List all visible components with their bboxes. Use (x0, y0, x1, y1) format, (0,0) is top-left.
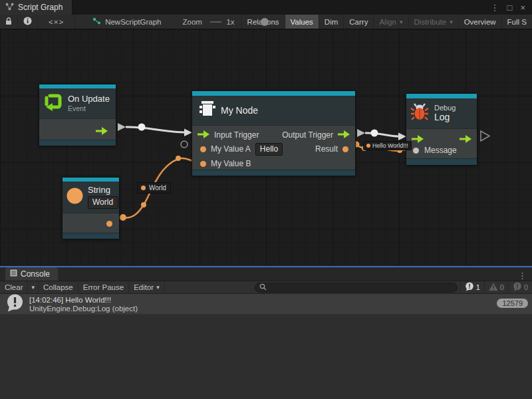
zoom-slider[interactable] (210, 18, 222, 26)
node-color-bar (406, 94, 477, 98)
caret-down-icon: ▾ (450, 19, 453, 25)
window-controls: ⋮ □ × (488, 0, 532, 15)
node-string[interactable]: String World (62, 177, 120, 239)
flow-input-port[interactable] (198, 129, 209, 141)
unity-script-graph-window: Script Graph ⋮ □ × <×> NewScriptGraph (0, 0, 532, 399)
graph-icon (5, 3, 14, 13)
tab-script-graph[interactable]: Script Graph (0, 0, 72, 15)
flow-output-port[interactable] (460, 134, 471, 146)
wire-my-node-to-debug-log (357, 129, 406, 140)
graph-asset-selector[interactable]: NewScriptGraph (92, 17, 161, 27)
log-entry-row[interactable]: [14:02:46] Hello World!!! UnityEngine.De… (0, 294, 532, 315)
lock-button[interactable] (0, 15, 18, 29)
message-port[interactable] (413, 148, 419, 154)
flow-input-port[interactable] (412, 134, 424, 146)
node-title: My Node (221, 105, 258, 116)
result-port[interactable] (342, 146, 348, 152)
inspect-button[interactable] (18, 15, 38, 29)
console-menu-icon[interactable]: ⋮ (518, 271, 532, 281)
unit-box-icon (198, 100, 216, 120)
console-search-field[interactable] (255, 283, 458, 293)
node-kind: Debug (434, 104, 456, 112)
node-footer (192, 170, 355, 176)
node-title: String (88, 185, 118, 195)
my-value-a-port[interactable] (200, 146, 206, 152)
values-button[interactable]: Values (285, 15, 319, 29)
window-close-icon[interactable]: × (517, 3, 528, 13)
my-value-b-label: My Value B (211, 159, 251, 168)
node-debug-log[interactable]: Debug Log Message (406, 93, 477, 166)
code-icon: <×> (49, 18, 64, 26)
node-footer (406, 158, 477, 165)
collapse-button[interactable]: Collapse (39, 281, 78, 294)
error-count-badge[interactable]: 0 (508, 281, 532, 294)
info-icon (23, 17, 32, 27)
output-trigger-label: Output Trigger (282, 130, 333, 140)
window-maximize-icon[interactable]: □ (505, 3, 515, 13)
input-trigger-label: Input Trigger (214, 130, 259, 140)
flow-continue-triangle (481, 131, 489, 141)
console-toolbar: Clear ▾ Collapse Error Pause Editor▾ 1 (0, 281, 532, 294)
string-value-input[interactable]: World (88, 196, 118, 209)
my-value-a-input[interactable]: Hello (255, 143, 283, 156)
unconnected-port-ring (181, 141, 188, 148)
graph-toolbar: <×> NewScriptGraph Zoom 1x Relations Val… (0, 15, 532, 29)
node-footer (39, 140, 116, 146)
log-stacktrace: UnityEngine.Debug:Log (object) (29, 305, 138, 313)
wire-value-label-hello-world: Hello World!!! (363, 141, 412, 150)
console-tab-bar: Console ⋮ (0, 267, 532, 281)
caret-down-icon: ▾ (400, 19, 403, 25)
clear-dropdown-button[interactable]: ▾ (28, 281, 39, 294)
window-menu-icon[interactable]: ⋮ (488, 3, 502, 13)
string-output-port[interactable] (106, 221, 112, 227)
window-tab-bar: Script Graph ⋮ □ × (0, 0, 532, 15)
node-color-bar (192, 91, 355, 96)
node-my-node[interactable]: My Node Input Trigger My Value A Hello M… (192, 90, 356, 176)
value-dot-icon (141, 186, 146, 190)
warning-triangle-icon (489, 283, 498, 293)
bug-icon (410, 102, 429, 124)
tab-label: Script Graph (18, 3, 63, 12)
zoom-slider-handle[interactable] (261, 18, 269, 26)
tab-console[interactable]: Console (5, 267, 58, 281)
editor-dropdown-button[interactable]: Editor▾ (129, 281, 165, 294)
graph-asset-name: NewScriptGraph (105, 18, 161, 26)
console-panel: Console ⋮ Clear ▾ Collapse Error Pause E… (0, 266, 532, 399)
distribute-button[interactable]: Distribute▾ (408, 15, 458, 29)
zoom-value: 1x (226, 18, 234, 26)
node-on-update[interactable]: On Update Event (39, 84, 116, 146)
graph-canvas[interactable]: On Update Event (0, 29, 532, 266)
align-button[interactable]: Align▾ (373, 15, 408, 29)
script-graph-asset-icon (92, 17, 101, 27)
console-search-input[interactable] (269, 283, 453, 292)
node-footer (63, 233, 119, 239)
zoom-label: Zoom (183, 18, 202, 26)
carry-button[interactable]: Carry (343, 15, 373, 29)
info-bubble-icon (465, 282, 474, 293)
my-value-b-port[interactable] (200, 161, 206, 167)
clear-button[interactable]: Clear (0, 281, 28, 294)
value-dot-icon (366, 144, 370, 148)
warning-count-badge[interactable]: 0 (484, 281, 508, 294)
message-label: Message (424, 146, 457, 155)
dim-button[interactable]: Dim (319, 15, 343, 29)
log-info-bubble-icon (6, 294, 24, 315)
info-count-badge[interactable]: 1 (460, 281, 484, 294)
flow-output-port[interactable] (96, 126, 108, 138)
caret-down-icon: ▾ (156, 284, 160, 291)
zoom-slider-track (210, 21, 222, 23)
fullscreen-button[interactable]: Full S (501, 15, 532, 29)
overview-button[interactable]: Overview (458, 15, 501, 29)
node-title: Log (434, 112, 456, 122)
on-update-event-icon (43, 92, 63, 114)
wire-on-update-to-my-node (118, 123, 192, 136)
error-pause-button[interactable]: Error Pause (78, 281, 129, 294)
log-message: [14:02:46] Hello World!!! (29, 296, 138, 304)
edit-code-button[interactable]: <×> (38, 15, 75, 29)
result-label: Result (315, 144, 338, 154)
my-value-a-label: My Value A (211, 144, 251, 154)
flow-output-port[interactable] (338, 129, 350, 141)
string-literal-icon (66, 187, 84, 207)
lock-icon (5, 17, 12, 27)
search-icon (259, 283, 267, 292)
